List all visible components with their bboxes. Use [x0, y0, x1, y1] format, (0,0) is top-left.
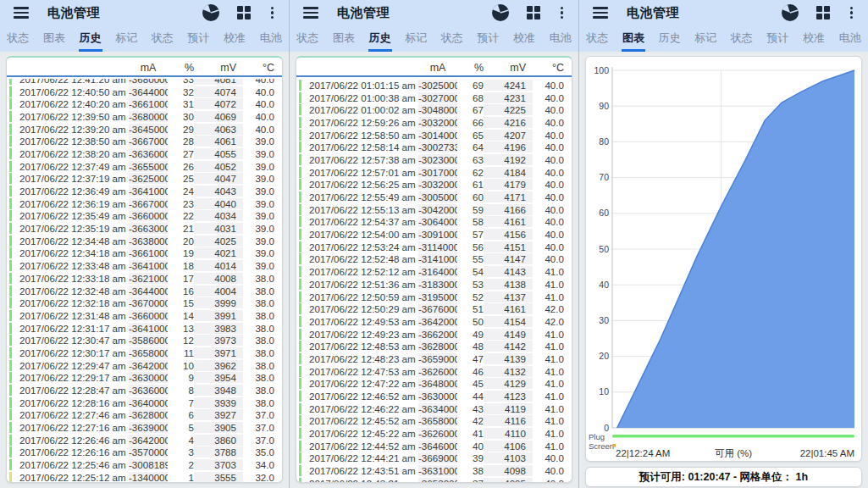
col-header-mv: mV	[194, 62, 243, 74]
page-title: 电池管理	[627, 5, 679, 21]
history-row: 2017/06/22 12:31:17 am-364100013398338.0	[7, 322, 282, 335]
overflow-menu-icon[interactable]	[268, 6, 277, 20]
estimate-text: 预计可用: 01:20:47 - 网格单位： 1h	[639, 470, 808, 485]
history-row: 2017/06/22 12:52:48 am-314100055414740.0	[296, 253, 572, 266]
history-row: 2017/06/22 01:00:38 am-302700068423140.0	[296, 92, 572, 104]
tab-校准-6[interactable]: 校准	[217, 25, 253, 52]
y-tick-label: 20	[599, 351, 609, 361]
history-row: 2017/06/22 12:54:00 am-309100057415640.0	[296, 228, 572, 241]
tab-图表-1[interactable]: 图表	[326, 25, 362, 52]
y-tick-label: 90	[599, 101, 609, 111]
y-tick-label: 30	[599, 315, 609, 325]
tab-历史-2[interactable]: 历史	[651, 25, 688, 52]
screen-history-1: 电池管理 状态图表历史标记状态预计校准电池 mA % mV °C 2017/06…	[0, 0, 289, 488]
tab-状态-4[interactable]: 状态	[145, 25, 181, 52]
tab-图表-1[interactable]: 图表	[36, 25, 73, 52]
history-row: 2017/06/22 12:29:47 am-364200010396238.0	[7, 359, 282, 372]
tab-电池-7[interactable]: 电池	[252, 25, 289, 52]
col-header-ma: mA	[418, 62, 457, 74]
history-row: 2017/06/22 12:27:46 am-36280006392737.0	[7, 409, 282, 422]
history-row: 2017/06/22 12:28:47 am-36360008394838.0	[7, 384, 282, 396]
history-row: 2017/06/22 01:01:15 am-302500069424140.0	[296, 79, 572, 92]
pie-chart-icon[interactable]	[202, 3, 220, 22]
history-row: 2017/06/22 12:58:14 am-300273364419640.0	[296, 141, 572, 153]
history-row: 2017/06/22 12:26:16 am-35700003378835.0	[7, 446, 282, 459]
history-row: 2017/06/22 12:40:50 am-364400032407440.0	[7, 86, 282, 98]
tab-状态-0[interactable]: 状态	[0, 25, 36, 52]
grid-icon[interactable]	[527, 6, 540, 19]
menu-icon[interactable]	[303, 7, 318, 19]
plug-timeline-bar	[612, 435, 854, 438]
history-row: 2017/06/22 12:45:22 am-362600041411041.0	[296, 427, 572, 440]
history-row: 2017/06/22 12:32:48 am-364400016400438.0	[7, 285, 282, 297]
history-row: 2017/06/22 12:43:21 am-365300037409540.0	[296, 477, 572, 482]
history-row: 2017/06/22 12:27:16 am-36390005390537.0	[7, 421, 282, 434]
tab-标记-3[interactable]: 标记	[688, 25, 724, 52]
history-row: 2017/06/22 12:38:50 am-366700028406139.0	[7, 135, 282, 147]
history-row: 2017/06/22 12:48:23 am-365900047413941.0	[296, 352, 572, 365]
history-row: 2017/06/22 12:58:50 am-301400065420740.0	[296, 129, 572, 141]
menu-icon[interactable]	[14, 7, 29, 19]
tab-bar: 状态图表历史标记状态预计校准电池	[290, 25, 578, 52]
x-axis-end-label: 22|01:45 AM	[800, 448, 854, 458]
x-axis-title: 可用 (%)	[715, 448, 752, 458]
tab-标记-3[interactable]: 标记	[108, 25, 145, 52]
tab-预计-5[interactable]: 预计	[180, 25, 217, 52]
y-tick-label: 40	[599, 280, 609, 290]
y-tick-label: 100	[594, 65, 609, 75]
history-row: 2017/06/22 12:50:59 am-319500052413741.0	[296, 291, 572, 303]
tab-校准-6[interactable]: 校准	[796, 25, 832, 52]
history-row: 2017/06/22 12:36:49 am-364100024404339.0	[7, 185, 282, 197]
history-row: 2017/06/22 12:44:52 am-364600040410641.0	[296, 440, 572, 452]
tab-状态-4[interactable]: 状态	[434, 25, 471, 52]
tab-标记-3[interactable]: 标记	[398, 25, 434, 52]
history-row: 2017/06/22 12:48:53 am-362800048414241.0	[296, 340, 572, 352]
app-bar: 电池管理	[0, 0, 289, 25]
col-header-mv: mV	[484, 62, 533, 74]
legend-label-plug: Plug	[589, 432, 605, 441]
col-header-temp: °C	[533, 62, 570, 74]
tab-状态-0[interactable]: 状态	[579, 25, 616, 52]
history-row: 2017/06/22 12:39:20 am-364500029406340.0	[7, 123, 282, 136]
history-row: 2017/06/22 12:28:16 am-36400007393938.0	[7, 396, 282, 409]
tab-历史-2[interactable]: 历史	[362, 25, 398, 52]
table-header-row: mA % mV °C	[296, 58, 572, 77]
table-scroll-area[interactable]: 2017/06/22 12:41:20 am-368000033408140.0…	[7, 79, 282, 482]
menu-icon[interactable]	[593, 7, 608, 19]
battery-level-chart[interactable]: 0102030405060708090100PlugScreen22|12:24…	[585, 56, 862, 462]
tab-预计-5[interactable]: 预计	[760, 25, 796, 52]
history-row: 2017/06/22 12:46:22 am-363400043411941.0	[296, 402, 572, 415]
tab-预计-5[interactable]: 预计	[470, 25, 506, 52]
screen-chart: 电池管理 状态图表历史标记状态预计校准电池 010203040506070809…	[579, 0, 868, 488]
history-row: 2017/06/22 12:31:48 am-366000014399138.0	[7, 309, 282, 322]
pie-chart-icon[interactable]	[781, 3, 799, 22]
tab-电池-7[interactable]: 电池	[542, 25, 578, 52]
tab-图表-1[interactable]: 图表	[616, 25, 652, 52]
overflow-menu-icon[interactable]	[557, 6, 567, 20]
pie-chart-icon[interactable]	[491, 3, 510, 22]
tab-状态-0[interactable]: 状态	[290, 25, 326, 52]
history-row: 2017/06/22 12:44:21 am-366900039410340.0	[296, 452, 572, 465]
overflow-menu-icon[interactable]	[847, 6, 856, 20]
page-title: 电池管理	[47, 5, 100, 21]
history-row: 2017/06/22 12:59:26 am-303200066421640.0	[296, 116, 572, 129]
y-tick-label: 80	[599, 136, 609, 147]
col-header-pct: %	[457, 62, 484, 74]
history-row: 2017/06/22 12:33:48 am-364100018401439.0	[7, 259, 282, 272]
grid-icon[interactable]	[237, 6, 251, 19]
history-row: 2017/06/22 12:35:19 am-366300021403139.0	[7, 222, 282, 235]
history-row: 2017/06/22 12:57:01 am-301700062418440.0	[296, 166, 572, 179]
history-row: 2017/06/22 12:40:20 am-366100031407240.0	[7, 97, 282, 110]
tab-电池-7[interactable]: 电池	[832, 25, 868, 52]
grid-icon[interactable]	[816, 6, 830, 19]
history-row: 2017/06/22 12:35:49 am-366000022403439.0	[7, 210, 282, 223]
col-header-temp: °C	[243, 62, 280, 74]
tab-校准-6[interactable]: 校准	[506, 25, 543, 52]
tab-历史-2[interactable]: 历史	[72, 25, 108, 52]
history-row: 2017/06/22 12:39:50 am-368000030406940.0	[7, 110, 282, 123]
history-row: 2017/06/22 12:33:18 am-362100017400838.0	[7, 272, 282, 285]
tab-状态-4[interactable]: 状态	[724, 25, 760, 52]
table-scroll-area[interactable]: 2017/06/22 01:01:15 am-302500069424140.0…	[296, 79, 572, 482]
history-row: 2017/06/22 12:55:49 am-300500060417140.0	[296, 191, 572, 203]
table-header-row: mA % mV °C	[7, 58, 282, 77]
